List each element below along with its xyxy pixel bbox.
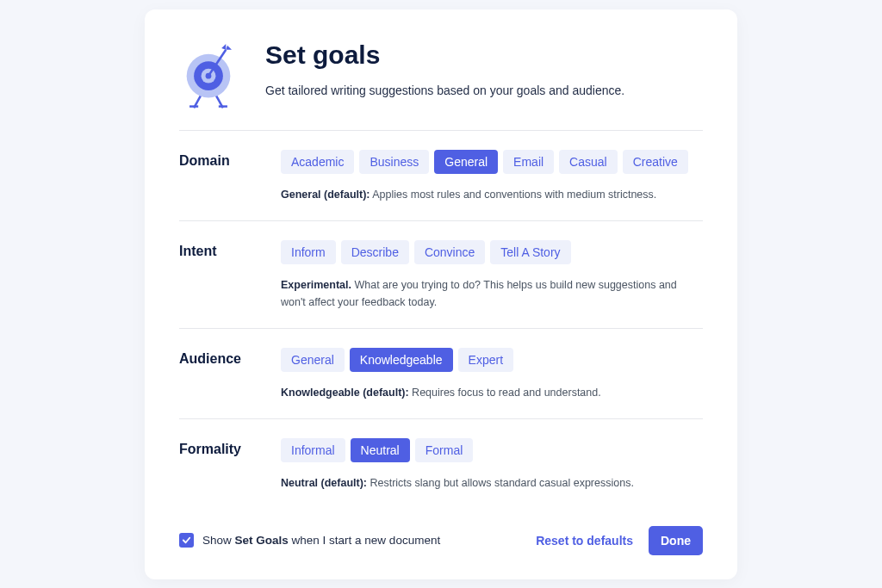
domain-option-business[interactable]: Business — [359, 150, 429, 174]
reset-to-defaults-link[interactable]: Reset to defaults — [536, 534, 633, 548]
show-on-new-doc-checkbox[interactable] — [179, 533, 194, 548]
formality-section: Formality InformalNeutralFormal Neutral … — [179, 418, 703, 509]
intent-label: Intent — [179, 240, 253, 311]
audience-options: GeneralKnowledgeableExpert — [281, 348, 703, 372]
audience-label: Audience — [179, 348, 253, 401]
set-goals-dialog: Set goals Get tailored writing suggestio… — [145, 9, 737, 579]
intent-option-tell-a-story[interactable]: Tell A Story — [490, 240, 570, 264]
intent-option-convince[interactable]: Convince — [414, 240, 485, 264]
formality-label: Formality — [179, 438, 253, 492]
intent-section: Intent InformDescribeConvinceTell A Stor… — [179, 220, 703, 328]
formality-option-informal[interactable]: Informal — [281, 438, 345, 462]
formality-options: InformalNeutralFormal — [281, 438, 703, 462]
domain-option-casual[interactable]: Casual — [559, 150, 618, 174]
dialog-subtitle: Get tailored writing suggestions based o… — [265, 84, 703, 97]
formality-description: Neutral (default): Restricts slang but a… — [281, 474, 703, 492]
audience-option-knowledgeable[interactable]: Knowledgeable — [350, 348, 453, 372]
intent-description: Experimental. What are you trying to do?… — [281, 276, 703, 311]
domain-option-email[interactable]: Email — [503, 150, 554, 174]
domain-option-creative[interactable]: Creative — [623, 150, 688, 174]
done-button[interactable]: Done — [649, 526, 703, 555]
domain-option-academic[interactable]: Academic — [281, 150, 354, 174]
formality-option-formal[interactable]: Formal — [415, 438, 474, 462]
check-icon — [182, 535, 191, 545]
dialog-title: Set goals — [265, 40, 703, 70]
show-on-new-doc-label: Show Set Goals when I start a new docume… — [202, 534, 440, 547]
intent-options: InformDescribeConvinceTell A Story — [281, 240, 703, 264]
domain-option-general[interactable]: General — [434, 150, 498, 174]
formality-option-neutral[interactable]: Neutral — [351, 438, 410, 462]
audience-option-general[interactable]: General — [281, 348, 345, 372]
show-on-new-doc-row: Show Set Goals when I start a new docume… — [179, 533, 440, 548]
audience-description: Knowledgeable (default): Requires focus … — [281, 384, 703, 401]
domain-options: AcademicBusinessGeneralEmailCasualCreati… — [281, 150, 703, 174]
audience-section: Audience GeneralKnowledgeableExpert Know… — [179, 328, 703, 418]
audience-option-expert[interactable]: Expert — [458, 348, 513, 372]
intent-option-describe[interactable]: Describe — [341, 240, 409, 264]
target-icon — [179, 40, 238, 113]
dialog-footer: Show Set Goals when I start a new docume… — [179, 509, 703, 555]
domain-label: Domain — [179, 150, 253, 203]
dialog-header: Set goals Get tailored writing suggestio… — [179, 40, 703, 113]
domain-section: Domain AcademicBusinessGeneralEmailCasua… — [179, 130, 703, 220]
intent-option-inform[interactable]: Inform — [281, 240, 336, 264]
domain-description: General (default): Applies most rules an… — [281, 186, 703, 203]
